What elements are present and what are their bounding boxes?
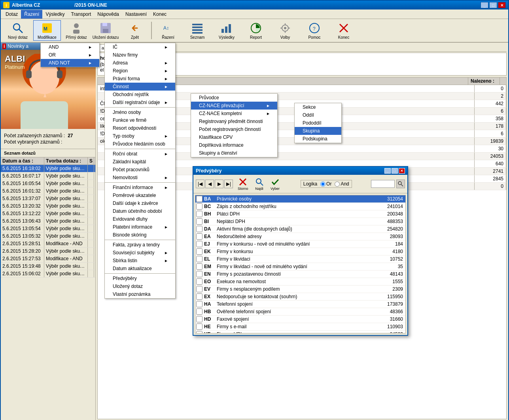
dd-fakta[interactable]: Fakta, zprávy a tendry <box>105 241 175 249</box>
dd-skupiny[interactable]: Skupiny a členství <box>191 149 277 157</box>
dd-pomerove[interactable]: Poměrové ukazatele <box>105 191 175 199</box>
minimize-button[interactable]: _ <box>481 2 488 8</box>
dd-evidovane[interactable]: Evidované dluhy <box>105 215 175 223</box>
dd-andnot[interactable]: AND NOT ▶ <box>41 59 99 67</box>
dialog-list-item[interactable]: EK Firmy v konkursu 4180 <box>195 248 405 255</box>
dialog-list-item[interactable]: EN Firmy s pozastavenou činností 48143 <box>195 271 405 278</box>
dd-or[interactable]: OR ▶ <box>41 51 99 59</box>
row-checkbox[interactable] <box>196 278 202 285</box>
dd-cz-nace-komp[interactable]: CZ-NACE kompletní ▶ <box>191 110 277 117</box>
row-checkbox[interactable] <box>196 324 202 330</box>
close-button[interactable]: ✕ <box>498 2 506 8</box>
menu-razeni[interactable]: Řazení <box>21 10 42 19</box>
menu-transport[interactable]: Transport <box>68 10 94 19</box>
dd-platebni[interactable]: Platební informace ▶ <box>105 223 175 231</box>
dd-financni[interactable]: Finanční informace ▶ <box>105 184 175 191</box>
toolbar-seznam[interactable]: Seznam <box>184 20 211 41</box>
dd-cinnost[interactable]: Činnost ▶ <box>105 83 175 91</box>
row-checkbox[interactable] <box>196 263 202 270</box>
dialog-list-item[interactable]: HD Faxové spojení 31660 <box>195 316 405 323</box>
dialog-list-item[interactable]: BH Plátci DPH 200348 <box>195 210 405 218</box>
dialog-minimize[interactable]: _ <box>384 168 391 174</box>
dd-jmeno[interactable]: Jméno osoby <box>105 108 175 116</box>
dd-typ-osoby[interactable]: Typ osoby ▶ <box>105 132 175 140</box>
row-checkbox[interactable] <box>196 256 202 262</box>
query-row[interactable]: 5.6.2015 16:07:17 Výběr podle skupir. <box>1 172 95 180</box>
menu-nastaveni[interactable]: Nastavení <box>122 10 150 19</box>
dialog-list-item[interactable]: BI Neplátci DPH 488353 <box>195 218 405 225</box>
dd-pocet-prac[interactable]: Počet pracovníků <box>105 166 175 174</box>
logika-or-radio[interactable] <box>320 182 325 187</box>
dd-podddil[interactable]: Pododdíl <box>295 119 341 127</box>
dd-predvybery[interactable]: Předvýběry <box>105 274 175 282</box>
dd-vlastni[interactable]: Vlastní poznámka <box>105 290 175 298</box>
dd-ic[interactable]: IČ ▶ <box>105 43 175 51</box>
query-row[interactable]: 5.6.2015 16:05:54 Výběr podle skupir. <box>1 180 95 187</box>
dd-funkce[interactable]: Funkce ve firmě <box>105 116 175 124</box>
dd-cz-nace-prev[interactable]: CZ-NACE převažující ▶ <box>191 102 277 110</box>
query-row[interactable]: 5.6.2015 13:05:54 Výběr podle skupir. <box>1 225 95 233</box>
dd-datum-ucet[interactable]: Datum účetního období <box>105 207 175 215</box>
row-checkbox[interactable] <box>196 241 202 247</box>
row-checkbox[interactable] <box>196 308 202 315</box>
dd-registrovany[interactable]: Registrovaný předmět činnosti <box>191 117 277 125</box>
query-row[interactable]: 5.6.2015 13:06:43 Výběr podle skupir. <box>1 218 95 225</box>
dialog-close[interactable]: ✕ <box>399 168 405 174</box>
row-checkbox[interactable] <box>196 218 202 225</box>
dd-podskupina[interactable]: Podskupina <box>295 135 341 143</box>
dialog-list-item[interactable]: EJ Firmy v konkursu - nově od minulého v… <box>195 240 405 248</box>
query-row[interactable]: 5.6.2015 13:20:32 Výběr podle skupir. <box>1 202 95 210</box>
query-row[interactable]: 5.6.2015 13:37:07 Výběr podle skupir. <box>1 195 95 202</box>
dd-obchodni[interactable]: Obchodní rejstřík <box>105 91 175 98</box>
row-checkbox[interactable] <box>196 196 202 202</box>
dd-pocet-reg[interactable]: Počet registrovaných činností <box>191 125 277 133</box>
toolbar-modifikace[interactable]: M Modifikace <box>33 20 61 41</box>
dd-oddil[interactable]: Oddíl <box>295 111 341 119</box>
dd-sekce[interactable]: Sekce <box>295 103 341 111</box>
dd-rocni[interactable]: Roční obrat ▶ <box>105 150 175 158</box>
row-checkbox[interactable] <box>196 316 202 322</box>
query-row[interactable]: 2.6.2015 15:19:48 Výběr podle skupir. <box>1 263 95 270</box>
dialog-list-item[interactable]: BA Právnické osoby 312054 <box>195 195 405 203</box>
dd-pravni[interactable]: Právní forma ▶ <box>105 75 175 83</box>
toolbar-vysledky[interactable]: Výsledky <box>213 20 240 41</box>
dd-ulozeny[interactable]: Uložený dotaz <box>105 282 175 290</box>
logika-and-label[interactable]: And <box>335 181 349 187</box>
row-checkbox[interactable] <box>196 226 202 232</box>
dialog-list-item[interactable]: DA Aktivní firma (dle dostupných údajů) … <box>195 225 405 233</box>
dialog-list-item[interactable]: EM Firmy v likvidaci - nově od minulého … <box>195 263 405 271</box>
row-checkbox[interactable] <box>196 331 202 333</box>
row-checkbox[interactable] <box>196 203 202 210</box>
menu-konec[interactable]: Konec <box>150 10 170 19</box>
dialog-list-item[interactable]: HE Firmy s e-mail 110903 <box>195 323 405 331</box>
dd-sbirka[interactable]: Sbírka listin ▶ <box>105 257 175 265</box>
logika-and-radio[interactable] <box>335 182 340 187</box>
toolbar-razeni[interactable]: A↕ Řazení <box>154 20 182 41</box>
dialog-list-item[interactable]: HF Firmy s URL 84593 <box>195 331 405 333</box>
row-checkbox[interactable] <box>196 293 202 300</box>
toolbar-pomoc[interactable]: ? Pomoc <box>301 20 328 41</box>
nav-last[interactable]: ▶| <box>224 180 233 188</box>
dialog-list-item[interactable]: EV Firmy s nesplaceným podílem 2309 <box>195 286 405 293</box>
dd-souvisejici[interactable]: Související subjekty ▶ <box>105 249 175 257</box>
nav-first[interactable]: |◀ <box>196 180 204 188</box>
toolbar-report[interactable]: Report <box>242 20 270 41</box>
dd-resort[interactable]: Resort odpovědnosti <box>105 124 175 132</box>
dialog-list-item[interactable]: EX Nedoporučuje se kontaktovat (souhrn) … <box>195 293 405 301</box>
dd-klasifikace[interactable]: Klasifikace CPV <box>191 133 277 141</box>
toolbar-volby[interactable]: Volby <box>271 20 299 41</box>
dd-adresa[interactable]: Adresa ▶ <box>105 59 175 67</box>
menu-vysledky[interactable]: Výsledky <box>42 10 68 19</box>
query-row[interactable]: 5.6.2015 13:05:32 Výběr podle skupir. <box>1 233 95 240</box>
dd-zakladni[interactable]: Základní kapitál <box>105 158 175 166</box>
toolbar-zpet[interactable]: Zpět <box>121 20 149 41</box>
search-input[interactable] <box>371 180 395 188</box>
query-row[interactable]: 2.6.2015 15:27:53 Modifikace - AND <box>1 255 95 263</box>
search-button[interactable] <box>396 180 405 188</box>
dialog-list-item[interactable]: EA Nedoručitelné adresy 28093 <box>195 233 405 240</box>
row-checkbox[interactable] <box>196 271 202 277</box>
dd-nemovitosti[interactable]: Nemovitosti ▶ <box>105 174 175 182</box>
tab-label[interactable]: Novinky a <box>8 44 28 49</box>
dd-skupina[interactable]: Skupina <box>295 127 341 135</box>
dialog-list-item[interactable]: HB Ověřené telefonní spojení 48366 <box>195 308 405 316</box>
